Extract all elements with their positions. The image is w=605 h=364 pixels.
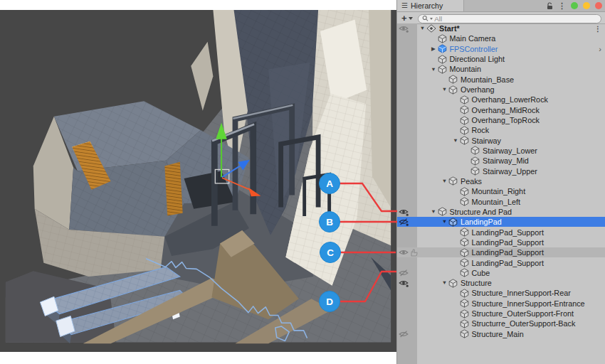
hierarchy-row-mountain-left[interactable]: Mountain_Left [397,196,605,206]
window-dot-green[interactable] [571,2,578,9]
row-gutter [397,196,417,206]
gameobject-cube-icon [438,65,447,74]
gameobject-cube-icon [460,299,469,308]
window-dot-yellow[interactable] [583,2,590,9]
hierarchy-row-landingpad-support[interactable]: LandingPad_Support [397,227,605,237]
hierarchy-row-structure-and-pad[interactable]: ▼Structure And Pad [397,207,605,217]
row-gutter [397,278,417,288]
row-label: Overhang [461,85,494,94]
hierarchy-row-structure-innersupport-rear[interactable]: Structure_InnerSupport-Rear [397,288,605,298]
hierarchy-row-structure[interactable]: ▼Structure [397,278,605,288]
row-gutter [397,115,417,125]
row-label: Cube [472,269,490,277]
row-gutter [397,288,417,298]
foldout-expanded-icon[interactable]: ▼ [452,138,460,144]
row-label: LandingPad_Support [472,259,544,267]
row-label: Mountain_Right [472,187,526,196]
hierarchy-row-stairway-lower[interactable]: Stairway_Lower [397,146,605,156]
row-more-icon[interactable]: ⋮ [594,23,601,33]
gameobject-cube-icon [470,146,480,155]
hierarchy-row-landingpad-support[interactable]: LandingPad_Support [397,247,605,257]
hierarchy-row-overhang-midrock[interactable]: Overhang_MidRock [397,105,605,115]
visibility-eye-closed-icon[interactable] [399,218,409,226]
row-label: Mountain [450,65,481,73]
row-gutter [397,318,417,328]
row-label: Structurre_OuterSupport-Back [472,319,576,328]
gameobject-cube-icon [448,85,458,95]
gameobject-cube-icon [460,228,469,237]
gameobject-cube-icon [460,136,469,145]
hierarchy-row-landingpad[interactable]: ▼LandingPad [397,217,605,227]
hierarchy-row-landingpad-support[interactable]: LandingPad_Support [397,237,605,247]
gameobject-cube-icon [470,156,480,166]
visibility-eye-icon[interactable] [399,24,409,33]
row-gutter [397,95,417,105]
hierarchy-row-cube[interactable]: Cube [397,268,605,278]
hierarchy-row-overhang[interactable]: ▼Overhang [397,85,605,95]
hierarchy-row-mountain[interactable]: ▼Mountain [397,64,605,74]
row-label: FPSController [450,45,498,53]
gameobject-cube-icon [460,258,469,267]
row-gutter [397,54,417,64]
hierarchy-row-start-[interactable]: ▼Start*⋮ [397,23,605,33]
hierarchy-row-directional-light[interactable]: Directional Light [397,54,605,64]
gameobject-cube-icon [448,218,458,227]
hierarchy-row-overhang-lowerrock[interactable]: Overhang_LowerRock [397,95,605,105]
tab-hierarchy[interactable]: ☰ Hierarchy [397,0,464,11]
hierarchy-row-fpscontroller[interactable]: ▶FPSController› [397,44,605,54]
foldout-expanded-icon[interactable]: ▼ [441,87,448,92]
visibility-eye-closed-icon[interactable] [399,330,409,338]
visibility-eye-icon[interactable] [399,279,409,287]
foldout-expanded-icon[interactable]: ▼ [441,178,448,184]
hierarchy-row-mountain-right[interactable]: Mountain_Right [397,186,605,196]
foldout-expanded-icon[interactable]: ▼ [441,219,448,225]
foldout-expanded-icon[interactable]: ▼ [430,209,438,215]
hierarchy-row-structurre-outersupport-back[interactable]: Structurre_OuterSupport-Back [397,318,605,328]
hierarchy-row-main-camera[interactable]: Main Camera [397,33,605,43]
search-box[interactable] [418,14,601,24]
prefab-open-chevron-icon[interactable]: › [599,44,601,54]
hierarchy-toolbar: + [397,12,605,24]
hierarchy-row-structure-outersupport-front[interactable]: Structure_OuterSupport-Front [397,309,605,318]
gameobject-cube-icon [448,176,458,186]
gameobject-cube-icon [460,309,469,318]
row-label: Stairway_Mid [483,156,529,165]
foldout-expanded-icon[interactable]: ▼ [441,280,448,286]
visibility-eye-icon[interactable] [399,208,409,216]
row-label: Structure_InnerSupport-Rear [472,289,571,297]
hierarchy-row-landingpad-support[interactable]: LandingPad_Support [397,257,605,267]
hierarchy-row-rock[interactable]: Rock [397,125,605,135]
visibility-eye-closed-icon[interactable] [399,269,409,277]
unlock-icon[interactable] [547,2,553,10]
gameobject-cube-icon [448,75,458,84]
scene-view[interactable] [0,10,396,352]
gameobject-cube-icon [470,166,480,176]
row-gutter [397,207,417,217]
gameobject-cube-icon [460,329,469,338]
hierarchy-row-structure-innersupport-entrance[interactable]: Structure_InnerSupport-Entrance [397,299,605,309]
hierarchy-row-structure-main[interactable]: Structure_Main [397,329,605,339]
row-label: Structure_OuterSupport-Front [472,309,574,318]
panel-menu-icon[interactable]: ⋮ [558,2,566,10]
hierarchy-row-overhang-toprock[interactable]: Overhang_TopRock [397,115,605,125]
hierarchy-row-stairway-upper[interactable]: Stairway_Upper [397,166,605,176]
create-button[interactable]: + [401,14,413,23]
panel-list-icon: ☰ [401,2,408,9]
hierarchy-row-mountain-base[interactable]: Mountain_Base [397,75,605,85]
hierarchy-row-peaks[interactable]: ▼Peaks [397,176,605,186]
search-input[interactable] [434,15,597,23]
search-icon [422,15,428,22]
hierarchy-rows: ▼Start*⋮Main Camera▶FPSController›Direct… [397,23,605,364]
row-gutter [397,146,417,156]
foldout-expanded-icon[interactable]: ▼ [430,67,438,73]
foldout-collapsed-icon[interactable]: ▶ [430,46,438,52]
foldout-expanded-icon[interactable]: ▼ [419,26,426,31]
panel-tab-bar: ☰ Hierarchy ⋮ [397,0,605,12]
row-label: Rock [472,126,490,134]
window-dot-red[interactable] [595,2,602,9]
row-gutter [397,257,417,267]
hierarchy-row-stairway[interactable]: ▼Stairway [397,136,605,146]
gameobject-cube-icon [438,55,447,64]
visibility-eye-icon[interactable] [399,248,409,257]
hierarchy-row-stairway-mid[interactable]: Stairway_Mid [397,156,605,166]
